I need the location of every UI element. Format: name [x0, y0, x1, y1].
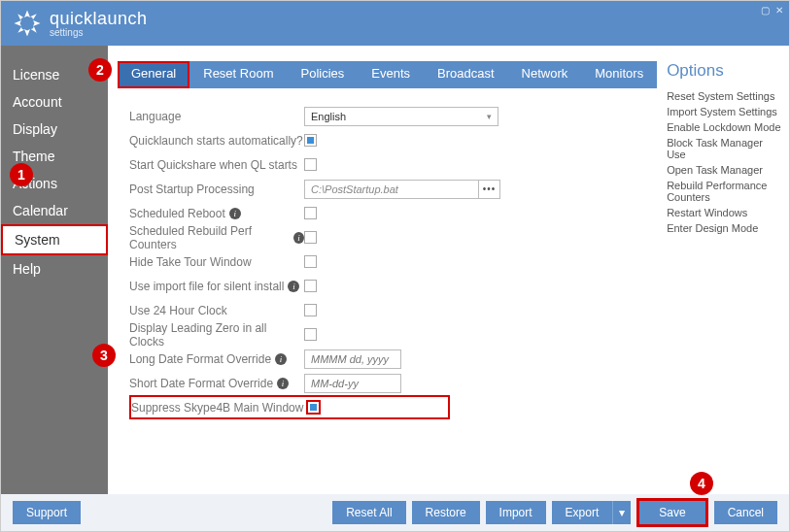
app-logo-icon: [13, 9, 42, 38]
sched-rebuild-checkbox[interactable]: [304, 231, 317, 244]
sidebar-item-system[interactable]: System: [1, 224, 108, 255]
tab-monitors[interactable]: Monitors: [581, 61, 657, 88]
svg-marker-3: [15, 20, 22, 26]
option-import-system[interactable]: Import System Settings: [667, 104, 781, 119]
sched-reboot-label: Scheduled Rebooti: [129, 207, 304, 220]
callout-3: 3: [92, 344, 116, 367]
options-title: Options: [667, 61, 781, 81]
reset-all-button[interactable]: Reset All: [332, 501, 405, 524]
option-rebuild-perf[interactable]: Rebuild Performance Counters: [667, 178, 781, 205]
restore-button[interactable]: Restore: [412, 501, 480, 524]
short-date-label: Short Date Format Overridei: [129, 377, 304, 390]
svg-marker-5: [31, 26, 37, 33]
autostart-label: Quicklaunch starts automatically?: [129, 134, 304, 148]
option-design-mode[interactable]: Enter Design Mode: [667, 220, 781, 236]
info-icon[interactable]: i: [275, 353, 287, 365]
cancel-button[interactable]: Cancel: [714, 501, 777, 524]
export-button[interactable]: Export: [552, 501, 613, 524]
export-dropdown-button[interactable]: ▾: [612, 501, 631, 524]
info-icon[interactable]: i: [229, 208, 241, 219]
svg-marker-0: [24, 11, 30, 18]
option-open-tm[interactable]: Open Task Manager: [667, 162, 781, 178]
maximize-icon[interactable]: ▢: [761, 5, 770, 16]
app-window: quicklaunch settings ▢ ✕ License Account…: [0, 0, 790, 532]
svg-marker-6: [17, 27, 24, 33]
option-restart-win[interactable]: Restart Windows: [667, 205, 781, 220]
language-select[interactable]: English ▾: [304, 107, 498, 126]
sidebar: License Account Display Theme Actions Ca…: [1, 46, 108, 494]
tab-policies[interactable]: Policies: [288, 61, 359, 88]
sidebar-item-calendar[interactable]: Calendar: [1, 197, 108, 224]
svg-marker-7: [17, 14, 23, 20]
options-panel: Options Reset System Settings Import Sys…: [667, 46, 789, 494]
info-icon[interactable]: i: [277, 378, 289, 389]
sched-rebuild-label: Scheduled Rebuild Perf Countersi: [129, 224, 304, 251]
import-button[interactable]: Import: [486, 501, 546, 524]
callout-4: 4: [690, 472, 713, 495]
suppress-checkbox[interactable]: [306, 400, 321, 415]
support-button[interactable]: Support: [13, 501, 81, 524]
poststartup-browse-button[interactable]: •••: [479, 180, 500, 199]
leading-zero-label: Display Leading Zero in all Clocks: [129, 321, 304, 349]
poststartup-label: Post Startup Processing: [129, 183, 304, 196]
svg-marker-2: [24, 29, 30, 37]
leading-zero-checkbox[interactable]: [304, 328, 317, 341]
option-reset-system[interactable]: Reset System Settings: [667, 88, 781, 104]
tab-events[interactable]: Events: [358, 61, 424, 88]
option-lockdown[interactable]: Enable Lockdown Mode: [667, 119, 781, 135]
clock24-checkbox[interactable]: [304, 304, 317, 316]
long-date-input[interactable]: [304, 349, 401, 369]
svg-marker-4: [30, 14, 37, 19]
quickshare-label: Start Quickshare when QL starts: [129, 158, 304, 172]
import-silent-checkbox[interactable]: [304, 280, 317, 292]
chevron-down-icon: ▾: [487, 112, 492, 121]
suppress-label: Suppress Skype4B Main Window: [131, 401, 306, 415]
close-icon[interactable]: ✕: [775, 5, 783, 16]
clock24-label: Use 24 Hour Clock: [129, 304, 304, 317]
svg-marker-1: [33, 20, 41, 26]
save-button[interactable]: Save: [639, 501, 704, 524]
autostart-checkbox[interactable]: [304, 134, 317, 147]
hide-tour-checkbox[interactable]: [304, 255, 317, 268]
info-icon[interactable]: i: [288, 281, 299, 292]
form-area: Language English ▾ Quicklaunch starts au…: [108, 88, 657, 494]
tab-general[interactable]: General: [118, 61, 189, 88]
titlebar: quicklaunch settings ▢ ✕: [1, 1, 789, 46]
poststartup-input[interactable]: [304, 180, 479, 199]
footer: Support Reset All Restore Import Export …: [1, 494, 789, 531]
sidebar-item-account[interactable]: Account: [1, 88, 108, 116]
sidebar-item-help[interactable]: Help: [1, 255, 108, 283]
long-date-label: Long Date Format Overridei: [129, 352, 304, 366]
callout-2: 2: [88, 58, 112, 82]
quickshare-checkbox[interactable]: [304, 158, 317, 171]
tab-network[interactable]: Network: [508, 61, 582, 88]
import-silent-label: Use import file for silent installi: [129, 280, 304, 293]
tabbar: General Reset Room Policies Events Broad…: [118, 61, 657, 88]
callout-1: 1: [10, 163, 33, 186]
tab-reset-room[interactable]: Reset Room: [189, 61, 287, 88]
app-title: quicklaunch settings: [50, 9, 148, 38]
option-block-tm[interactable]: Block Task Manager Use: [667, 135, 781, 162]
short-date-input[interactable]: [304, 374, 401, 393]
sidebar-item-display[interactable]: Display: [1, 116, 108, 143]
language-label: Language: [129, 110, 304, 123]
info-icon[interactable]: i: [293, 232, 304, 244]
sched-reboot-checkbox[interactable]: [304, 207, 317, 219]
tab-broadcast[interactable]: Broadcast: [424, 61, 508, 88]
hide-tour-label: Hide Take Tour Window: [129, 255, 304, 269]
